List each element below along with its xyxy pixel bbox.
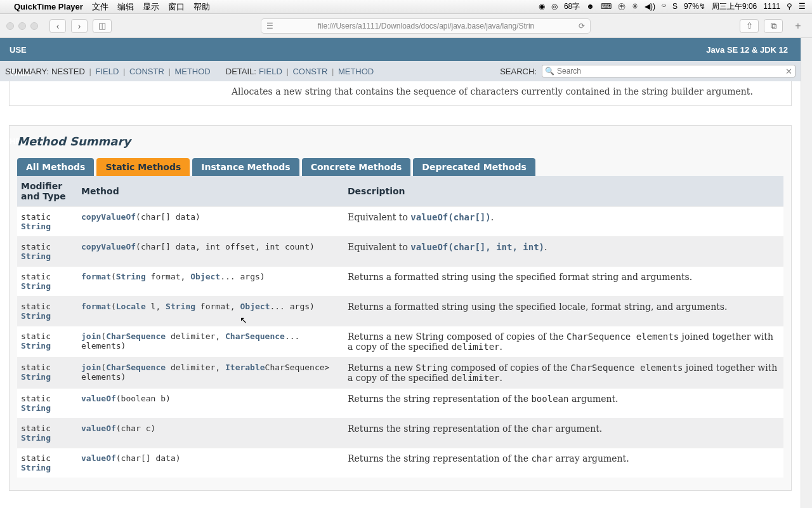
status-item[interactable]: ✳ (632, 2, 638, 11)
type-link[interactable]: String (21, 372, 51, 382)
type-link[interactable]: String (21, 403, 51, 413)
type-link[interactable]: String (21, 463, 51, 472)
status-item[interactable]: ◀)) (645, 2, 655, 11)
type-link[interactable]: Object (190, 272, 220, 281)
menu-item[interactable]: 窗口 (168, 2, 185, 11)
method-link[interactable]: valueOf (81, 453, 116, 463)
clear-search-icon[interactable]: ✕ (785, 67, 792, 76)
method-link[interactable]: copyValueOf (81, 212, 136, 222)
status-item[interactable]: ⌔ (662, 2, 666, 11)
back-button[interactable]: ‹ (49, 19, 66, 33)
status-item[interactable]: ☻ (586, 2, 594, 11)
tab-concrete-methods[interactable]: Concrete Methods (302, 158, 411, 176)
method-link[interactable]: valueOf (81, 394, 116, 403)
status-item[interactable]: ◉ (539, 2, 545, 11)
close-icon[interactable] (6, 22, 14, 30)
address-bar[interactable]: ☰ file:///Users/a1111/Downloads/docs/api… (261, 18, 591, 34)
new-tab-button[interactable]: + (790, 18, 806, 34)
subnav-link-field[interactable]: FIELD (259, 67, 282, 76)
search-label: SEARCH: (500, 67, 537, 76)
status-item[interactable]: 周三上午9:06 (712, 2, 757, 11)
type-link[interactable]: CharSequence (225, 331, 285, 341)
type-link[interactable]: String (116, 272, 146, 281)
status-item[interactable]: ☰ (799, 2, 806, 11)
menu-item[interactable]: 帮助 (193, 2, 210, 11)
method-row: static StringvalueOf(char[] data)Returns… (17, 448, 783, 478)
status-item[interactable]: ⌨ (601, 2, 612, 11)
search-box[interactable]: 🔍 ✕ (542, 65, 796, 77)
share-button[interactable]: ⇧ (740, 19, 759, 33)
search-input[interactable] (557, 67, 783, 76)
constructor-desc: Allocates a new string that contains the… (232, 86, 785, 97)
method-link[interactable]: join (81, 363, 101, 372)
type-link[interactable]: String (21, 311, 51, 321)
type-link[interactable]: String (21, 251, 51, 261)
method-row: static Stringjoin(CharSequence delimiter… (17, 326, 783, 358)
header-description: Description (344, 176, 783, 207)
javadoc-sub-nav: SUMMARY: NESTED | FIELD | CONSTR | METHO… (0, 61, 801, 81)
topnav-use[interactable]: USE (4, 38, 72, 61)
type-link[interactable]: Locale (116, 302, 146, 311)
app-name[interactable]: QuickTime Player (14, 2, 83, 11)
status-item[interactable]: 68字 (564, 2, 580, 11)
url-text: file:///Users/a1111/Downloads/docs/api/j… (278, 22, 573, 30)
method-tabs: All MethodsStatic MethodsInstance Method… (17, 158, 783, 176)
method-summary-section: Method Summary All MethodsStatic Methods… (9, 125, 792, 491)
subnav-link-method[interactable]: METHOD (174, 67, 210, 76)
subnav-link-method[interactable]: METHOD (338, 67, 374, 76)
forward-button[interactable]: › (71, 19, 88, 33)
status-item[interactable]: 1111 (763, 2, 780, 11)
sidebar-toggle-button[interactable]: ◫ (93, 19, 112, 33)
method-link[interactable]: format (81, 272, 111, 281)
type-link[interactable]: Object (240, 302, 270, 311)
subnav-link-constr[interactable]: CONSTR (129, 67, 164, 76)
page-content[interactable]: OVERVIEWMODULEPACKAGECLASSUSETREEDEPRECA… (0, 38, 801, 508)
topnav-index[interactable]: INDEX (4, 107, 72, 130)
status-item[interactable]: 97%↯ (684, 2, 705, 11)
type-link[interactable]: String (21, 222, 51, 231)
subnav-link-field[interactable]: FIELD (95, 67, 119, 76)
menu-item[interactable]: 显示 (143, 2, 159, 11)
method-row: static Stringjoin(CharSequence delimiter… (17, 358, 783, 389)
type-link[interactable]: CharSequence (106, 331, 166, 341)
method-link[interactable]: valueOf(char[], int, int) (410, 242, 544, 252)
section-title: Method Summary (17, 135, 783, 148)
summary-label: SUMMARY: (5, 67, 49, 76)
method-link[interactable]: join (81, 331, 101, 341)
method-row: static Stringformat(String format, Objec… (17, 267, 783, 297)
tab-static-methods[interactable]: Static Methods (96, 158, 190, 176)
right-sidebar-strip (801, 38, 812, 508)
status-item[interactable]: S (672, 2, 678, 11)
method-link[interactable]: copyValueOf (81, 242, 136, 251)
method-link[interactable]: valueOf (81, 424, 116, 433)
method-row: static StringvalueOf(boolean b)Returns t… (17, 389, 783, 418)
method-table: Modifier and Type Method Description sta… (17, 176, 783, 478)
tab-all-methods[interactable]: All Methods (17, 158, 94, 176)
status-item[interactable]: ㊥ (618, 2, 625, 11)
subnav-link-nested: NESTED (51, 67, 85, 76)
window-controls[interactable] (6, 22, 38, 30)
topnav-deprecated[interactable]: DEPRECATED (4, 84, 72, 107)
method-row: static StringcopyValueOf(char[] data)Equ… (17, 207, 783, 237)
zoom-icon[interactable] (30, 22, 38, 30)
tabs-button[interactable]: ⧉ (764, 19, 783, 33)
tab-deprecated-methods[interactable]: Deprecated Methods (413, 158, 535, 176)
type-link[interactable]: String (21, 433, 51, 443)
type-link[interactable]: Iterable (225, 363, 265, 372)
minimize-icon[interactable] (18, 22, 26, 30)
reload-icon[interactable]: ⟳ (579, 22, 585, 30)
tab-instance-methods[interactable]: Instance Methods (192, 158, 299, 176)
type-link[interactable]: CharSequence (106, 363, 166, 372)
menu-item[interactable]: 文件 (92, 2, 108, 11)
status-item[interactable]: ⚲ (787, 2, 792, 11)
method-link[interactable]: format (81, 302, 111, 311)
reader-icon[interactable]: ☰ (266, 22, 273, 30)
menu-item[interactable]: 编辑 (117, 2, 134, 11)
method-link[interactable]: valueOf(char[]) (410, 212, 490, 222)
type-link[interactable]: String (21, 281, 51, 291)
type-link[interactable]: String (21, 341, 51, 351)
subnav-link-constr[interactable]: CONSTR (292, 67, 327, 76)
type-link[interactable]: String (166, 302, 195, 311)
status-item[interactable]: ◎ (551, 2, 558, 11)
method-row: static Stringformat(Locale l, String for… (17, 297, 783, 326)
